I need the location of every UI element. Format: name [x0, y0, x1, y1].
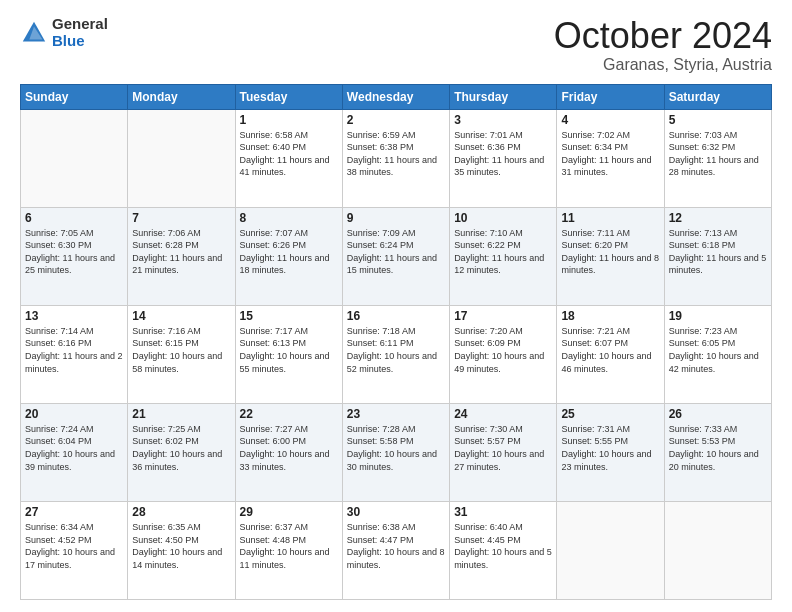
day-number: 21	[132, 407, 230, 421]
day-number: 5	[669, 113, 767, 127]
table-row: 14Sunrise: 7:16 AM Sunset: 6:15 PM Dayli…	[128, 305, 235, 403]
calendar-week-4: 20Sunrise: 7:24 AM Sunset: 6:04 PM Dayli…	[21, 403, 772, 501]
table-row: 27Sunrise: 6:34 AM Sunset: 4:52 PM Dayli…	[21, 501, 128, 599]
day-number: 27	[25, 505, 123, 519]
table-row: 9Sunrise: 7:09 AM Sunset: 6:24 PM Daylig…	[342, 207, 449, 305]
table-row: 31Sunrise: 6:40 AM Sunset: 4:45 PM Dayli…	[450, 501, 557, 599]
table-row: 23Sunrise: 7:28 AM Sunset: 5:58 PM Dayli…	[342, 403, 449, 501]
day-number: 17	[454, 309, 552, 323]
day-info: Sunrise: 7:18 AM Sunset: 6:11 PM Dayligh…	[347, 325, 445, 375]
day-number: 29	[240, 505, 338, 519]
location-title: Garanas, Styria, Austria	[554, 56, 772, 74]
page: General Blue October 2024 Garanas, Styri…	[0, 0, 792, 612]
table-row: 7Sunrise: 7:06 AM Sunset: 6:28 PM Daylig…	[128, 207, 235, 305]
day-info: Sunrise: 7:14 AM Sunset: 6:16 PM Dayligh…	[25, 325, 123, 375]
day-number: 23	[347, 407, 445, 421]
day-info: Sunrise: 7:23 AM Sunset: 6:05 PM Dayligh…	[669, 325, 767, 375]
day-number: 7	[132, 211, 230, 225]
calendar-week-2: 6Sunrise: 7:05 AM Sunset: 6:30 PM Daylig…	[21, 207, 772, 305]
day-info: Sunrise: 7:07 AM Sunset: 6:26 PM Dayligh…	[240, 227, 338, 277]
col-wednesday: Wednesday	[342, 84, 449, 109]
day-number: 22	[240, 407, 338, 421]
day-info: Sunrise: 6:40 AM Sunset: 4:45 PM Dayligh…	[454, 521, 552, 571]
table-row: 11Sunrise: 7:11 AM Sunset: 6:20 PM Dayli…	[557, 207, 664, 305]
table-row: 20Sunrise: 7:24 AM Sunset: 6:04 PM Dayli…	[21, 403, 128, 501]
day-info: Sunrise: 7:09 AM Sunset: 6:24 PM Dayligh…	[347, 227, 445, 277]
header: General Blue October 2024 Garanas, Styri…	[20, 16, 772, 74]
table-row: 22Sunrise: 7:27 AM Sunset: 6:00 PM Dayli…	[235, 403, 342, 501]
table-row: 8Sunrise: 7:07 AM Sunset: 6:26 PM Daylig…	[235, 207, 342, 305]
day-info: Sunrise: 7:03 AM Sunset: 6:32 PM Dayligh…	[669, 129, 767, 179]
day-info: Sunrise: 7:06 AM Sunset: 6:28 PM Dayligh…	[132, 227, 230, 277]
table-row: 30Sunrise: 6:38 AM Sunset: 4:47 PM Dayli…	[342, 501, 449, 599]
table-row: 2Sunrise: 6:59 AM Sunset: 6:38 PM Daylig…	[342, 109, 449, 207]
day-number: 26	[669, 407, 767, 421]
day-info: Sunrise: 7:11 AM Sunset: 6:20 PM Dayligh…	[561, 227, 659, 277]
table-row: 16Sunrise: 7:18 AM Sunset: 6:11 PM Dayli…	[342, 305, 449, 403]
day-info: Sunrise: 7:17 AM Sunset: 6:13 PM Dayligh…	[240, 325, 338, 375]
day-number: 19	[669, 309, 767, 323]
day-number: 31	[454, 505, 552, 519]
col-friday: Friday	[557, 84, 664, 109]
calendar-header-row: Sunday Monday Tuesday Wednesday Thursday…	[21, 84, 772, 109]
day-info: Sunrise: 7:16 AM Sunset: 6:15 PM Dayligh…	[132, 325, 230, 375]
day-number: 6	[25, 211, 123, 225]
day-info: Sunrise: 7:10 AM Sunset: 6:22 PM Dayligh…	[454, 227, 552, 277]
table-row: 15Sunrise: 7:17 AM Sunset: 6:13 PM Dayli…	[235, 305, 342, 403]
month-title: October 2024	[554, 16, 772, 56]
calendar-week-1: 1Sunrise: 6:58 AM Sunset: 6:40 PM Daylig…	[21, 109, 772, 207]
title-block: October 2024 Garanas, Styria, Austria	[554, 16, 772, 74]
day-info: Sunrise: 6:34 AM Sunset: 4:52 PM Dayligh…	[25, 521, 123, 571]
day-info: Sunrise: 6:59 AM Sunset: 6:38 PM Dayligh…	[347, 129, 445, 179]
day-number: 20	[25, 407, 123, 421]
table-row: 19Sunrise: 7:23 AM Sunset: 6:05 PM Dayli…	[664, 305, 771, 403]
table-row: 29Sunrise: 6:37 AM Sunset: 4:48 PM Dayli…	[235, 501, 342, 599]
day-info: Sunrise: 7:31 AM Sunset: 5:55 PM Dayligh…	[561, 423, 659, 473]
calendar: Sunday Monday Tuesday Wednesday Thursday…	[20, 84, 772, 600]
day-number: 30	[347, 505, 445, 519]
day-info: Sunrise: 7:33 AM Sunset: 5:53 PM Dayligh…	[669, 423, 767, 473]
table-row: 25Sunrise: 7:31 AM Sunset: 5:55 PM Dayli…	[557, 403, 664, 501]
logo-text: General Blue	[52, 16, 108, 49]
calendar-week-5: 27Sunrise: 6:34 AM Sunset: 4:52 PM Dayli…	[21, 501, 772, 599]
col-monday: Monday	[128, 84, 235, 109]
day-info: Sunrise: 6:58 AM Sunset: 6:40 PM Dayligh…	[240, 129, 338, 179]
table-row: 1Sunrise: 6:58 AM Sunset: 6:40 PM Daylig…	[235, 109, 342, 207]
day-number: 10	[454, 211, 552, 225]
table-row: 13Sunrise: 7:14 AM Sunset: 6:16 PM Dayli…	[21, 305, 128, 403]
day-info: Sunrise: 7:05 AM Sunset: 6:30 PM Dayligh…	[25, 227, 123, 277]
day-info: Sunrise: 7:27 AM Sunset: 6:00 PM Dayligh…	[240, 423, 338, 473]
table-row: 6Sunrise: 7:05 AM Sunset: 6:30 PM Daylig…	[21, 207, 128, 305]
table-row	[128, 109, 235, 207]
table-row: 5Sunrise: 7:03 AM Sunset: 6:32 PM Daylig…	[664, 109, 771, 207]
day-info: Sunrise: 6:37 AM Sunset: 4:48 PM Dayligh…	[240, 521, 338, 571]
day-number: 14	[132, 309, 230, 323]
calendar-week-3: 13Sunrise: 7:14 AM Sunset: 6:16 PM Dayli…	[21, 305, 772, 403]
day-info: Sunrise: 7:30 AM Sunset: 5:57 PM Dayligh…	[454, 423, 552, 473]
day-info: Sunrise: 6:38 AM Sunset: 4:47 PM Dayligh…	[347, 521, 445, 571]
table-row	[664, 501, 771, 599]
table-row	[21, 109, 128, 207]
logo-blue: Blue	[52, 33, 108, 50]
table-row: 18Sunrise: 7:21 AM Sunset: 6:07 PM Dayli…	[557, 305, 664, 403]
day-info: Sunrise: 7:21 AM Sunset: 6:07 PM Dayligh…	[561, 325, 659, 375]
day-number: 28	[132, 505, 230, 519]
day-number: 3	[454, 113, 552, 127]
day-info: Sunrise: 7:24 AM Sunset: 6:04 PM Dayligh…	[25, 423, 123, 473]
day-number: 16	[347, 309, 445, 323]
logo-general: General	[52, 16, 108, 33]
table-row: 4Sunrise: 7:02 AM Sunset: 6:34 PM Daylig…	[557, 109, 664, 207]
day-number: 13	[25, 309, 123, 323]
col-thursday: Thursday	[450, 84, 557, 109]
table-row: 28Sunrise: 6:35 AM Sunset: 4:50 PM Dayli…	[128, 501, 235, 599]
day-number: 12	[669, 211, 767, 225]
day-number: 2	[347, 113, 445, 127]
day-number: 25	[561, 407, 659, 421]
table-row: 12Sunrise: 7:13 AM Sunset: 6:18 PM Dayli…	[664, 207, 771, 305]
day-number: 18	[561, 309, 659, 323]
day-info: Sunrise: 7:02 AM Sunset: 6:34 PM Dayligh…	[561, 129, 659, 179]
day-number: 11	[561, 211, 659, 225]
table-row: 26Sunrise: 7:33 AM Sunset: 5:53 PM Dayli…	[664, 403, 771, 501]
day-number: 15	[240, 309, 338, 323]
day-info: Sunrise: 7:01 AM Sunset: 6:36 PM Dayligh…	[454, 129, 552, 179]
